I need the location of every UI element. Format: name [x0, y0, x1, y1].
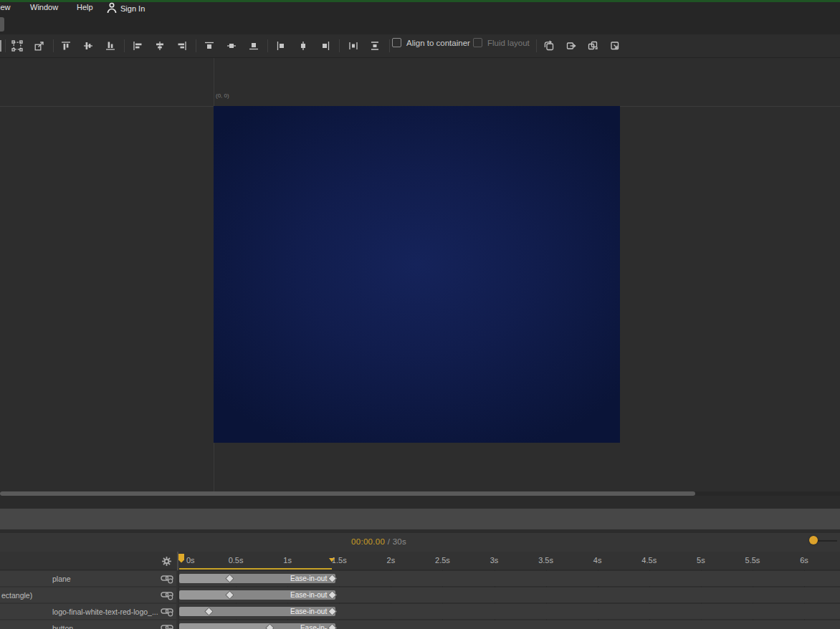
align-top-edge-icon[interactable] [201, 37, 218, 54]
left-edge-tab[interactable] [0, 17, 4, 32]
align-vertical-center-icon[interactable] [80, 37, 97, 54]
distribute-vertical-icon[interactable] [366, 37, 383, 54]
ruler-tick-label: 5.5s [745, 556, 760, 565]
fluid-layout-label: Fluid layout [487, 39, 530, 47]
layer-row[interactable]: plane [0, 571, 176, 586]
ruler-tick-label: 2s [387, 556, 396, 565]
duration-end-marker[interactable] [329, 552, 335, 565]
align-right-edge-icon[interactable] [317, 37, 334, 54]
toolbar-separator [5, 39, 6, 52]
rotate-left-icon[interactable] [540, 37, 558, 54]
link-properties-icon[interactable] [161, 606, 173, 620]
toolbar-separator [124, 39, 125, 52]
layer-name: plane [52, 575, 71, 583]
bar-segment [179, 590, 229, 600]
easing-label: Ease-in-out [290, 575, 327, 582]
align-to-container-label: Align to container [406, 39, 470, 47]
align-left-icon[interactable] [129, 37, 146, 54]
animation-duration-line [179, 568, 332, 570]
toolbar-separator [536, 39, 537, 52]
sign-in-label: Sign In [120, 4, 145, 13]
layer-name: logo-final-white-text-red-logo_... [52, 608, 158, 616]
ruler-tick-label: 3s [490, 556, 499, 565]
timeline-ruler[interactable]: 0s0.5s1s1.5s2s2.5s3s3.5s4s4.5s5s5.5s6s [0, 552, 840, 570]
ruler-tick-label: 1s [283, 556, 292, 565]
ruler-tick-label: 0s [186, 556, 195, 565]
ruler-tick-label: 0.5s [229, 556, 244, 565]
checkbox-icon [473, 38, 482, 47]
align-center-edge-icon[interactable] [295, 37, 312, 54]
timeline-resize-handle[interactable] [0, 509, 840, 529]
total-duration: 30s [393, 537, 406, 546]
toolbar: Align to container Fluid layout [0, 34, 840, 58]
fluid-layout-checkbox[interactable]: Fluid layout [473, 38, 530, 47]
panel-gap [0, 496, 840, 509]
align-middle-edge-icon[interactable] [223, 37, 240, 54]
menu-item-help[interactable]: Help [77, 3, 93, 11]
rotate-right-icon[interactable] [563, 37, 580, 54]
person-icon [107, 2, 117, 15]
flip-vertical-icon[interactable] [606, 37, 624, 54]
time-display: 00:00.00 / 30s [351, 537, 406, 546]
layer-row[interactable]: logo-final-white-text-red-logo_... [0, 604, 176, 619]
layer-name: button [52, 624, 73, 629]
toolbar-separator [389, 39, 390, 52]
toolbar-separator [267, 39, 268, 52]
easing-label: Ease-in- [300, 624, 327, 629]
align-left-edge-icon[interactable] [272, 37, 290, 54]
link-properties-icon[interactable] [161, 573, 173, 587]
align-bottom-edge-icon[interactable] [245, 37, 262, 54]
timeline-settings-gear-icon[interactable] [161, 556, 172, 567]
flip-horizontal-icon[interactable] [584, 37, 601, 54]
distribute-horizontal-icon[interactable] [345, 37, 362, 54]
checkbox-icon [392, 38, 401, 47]
clipped-tool-icon [0, 40, 1, 52]
toolbar-separator [339, 39, 340, 52]
app-window: iew Window Help Sign In Align to contain… [0, 0, 840, 629]
align-horizontal-center-icon[interactable] [151, 37, 168, 54]
layer-name: ectangle) [1, 591, 32, 600]
ruler-tick-label: 6s [800, 556, 808, 565]
canvas-origin-label: (0, 0) [216, 92, 229, 99]
timeline-header: 00:00.00 / 30s [0, 533, 840, 552]
canvas[interactable] [214, 106, 620, 443]
link-properties-icon[interactable] [161, 623, 173, 629]
current-time: 00:00.00 [351, 537, 385, 546]
selection-tool-icon[interactable] [9, 37, 26, 54]
timeline-body: planeEase-in-outectangle)Ease-in-outlogo… [0, 570, 840, 629]
easing-label: Ease-in-out [290, 591, 327, 599]
link-properties-icon[interactable] [161, 590, 173, 603]
layer-row[interactable]: button [0, 620, 176, 629]
bar-segment [179, 574, 229, 583]
menu-item-window[interactable]: Window [30, 3, 58, 11]
easing-label: Ease-in-out [290, 608, 327, 615]
sign-in-button[interactable]: Sign In [107, 2, 145, 15]
align-top-icon[interactable] [57, 37, 75, 54]
time-separator: / [385, 537, 393, 546]
ruler-tick-label: 4.5s [641, 556, 657, 565]
ruler-tick-label: 3.5s [538, 556, 553, 565]
bar-segment [179, 623, 270, 629]
toolbar-separator [196, 39, 196, 52]
secondary-bar [0, 15, 840, 34]
align-right-icon[interactable] [173, 37, 191, 54]
ruler-tick-label: 2.5s [435, 556, 450, 565]
align-to-container-checkbox[interactable]: Align to container [392, 38, 470, 47]
transform-tool-icon[interactable] [31, 37, 48, 54]
menu-item-view[interactable]: iew [0, 3, 11, 11]
playhead[interactable] [178, 553, 185, 566]
ruler-tick-label: 5s [697, 556, 705, 565]
timeline-zoom-slider-handle[interactable] [809, 536, 818, 544]
ruler-tick-label: 4s [593, 556, 602, 565]
toolbar-separator [53, 39, 54, 52]
layer-row[interactable]: ectangle) [0, 587, 176, 602]
workspace: (0, 0) [0, 58, 840, 491]
menu-bar: iew Window Help Sign In [0, 2, 840, 15]
align-bottom-icon[interactable] [102, 37, 119, 54]
